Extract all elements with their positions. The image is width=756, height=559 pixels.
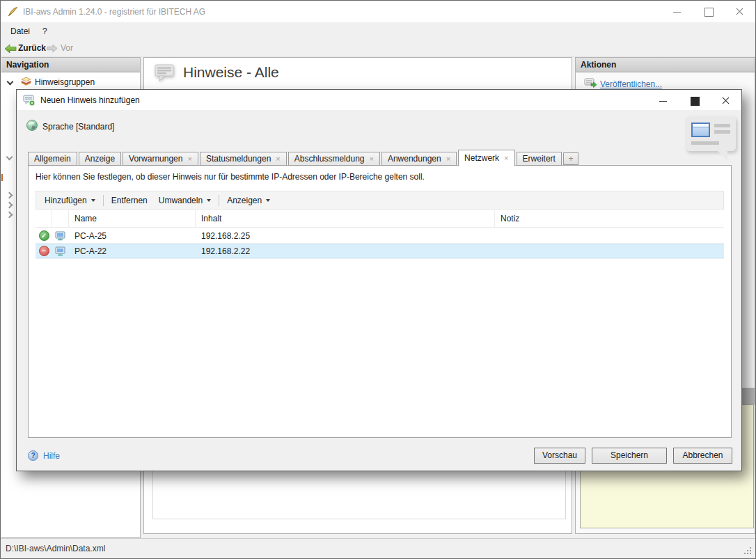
tab-erweitert[interactable]: Erweitert xyxy=(517,152,562,166)
add-tab-button[interactable]: + xyxy=(563,152,578,165)
table-row[interactable]: − PC-A-22 192.168.2.22 xyxy=(36,244,724,259)
toolbar-separator xyxy=(219,195,219,206)
tree-item-hinweisgruppen[interactable]: Hinweisgruppen xyxy=(35,77,95,87)
dialog-title-bar: Neuen Hinweis hinzufügen xyxy=(17,90,741,110)
table-row[interactable]: ✓ PC-A-25 192.168.2.25 xyxy=(36,228,724,244)
cancel-button[interactable]: Abbrechen xyxy=(673,448,732,464)
tab-abschlussmeldung[interactable]: Abschlussmeldung× xyxy=(288,152,380,166)
denied-status-icon: − xyxy=(39,246,49,256)
chevron-down-icon[interactable] xyxy=(7,79,14,86)
computer-icon xyxy=(52,231,69,241)
allowed-status-icon: ✓ xyxy=(39,230,49,241)
actions-header: Aktionen xyxy=(576,58,755,72)
navigation-header: Navigation xyxy=(1,58,140,72)
tab-close-icon[interactable]: × xyxy=(446,155,450,163)
dialog-title: Neuen Hinweis hinzufügen xyxy=(40,95,140,105)
dialog-icon xyxy=(23,94,36,107)
tab-anwendungen[interactable]: Anwendungen× xyxy=(381,152,457,166)
forward-arrow-icon[interactable] xyxy=(47,44,58,53)
dialog-neuen-hinweis: Neuen Hinweis hinzufügen Sprache [Standa… xyxy=(16,89,742,471)
table-toolbar: Hinzufügen Entfernen Umwandeln Anzeigen xyxy=(36,191,724,210)
window-title: IBI-aws Admin 1.24.0 - registriert für I… xyxy=(23,7,205,17)
type-column-header xyxy=(52,210,69,227)
data-file-path: D:\IBI-aws\Admin\Data.xml xyxy=(6,544,105,553)
computer-icon xyxy=(52,246,69,256)
app-icon xyxy=(7,6,19,17)
column-header-inhalt[interactable]: Inhalt xyxy=(196,210,495,227)
cell-inhalt: 192.168.2.22 xyxy=(196,246,495,256)
convert-button[interactable]: Umwandeln xyxy=(153,193,216,207)
cell-name: PC-A-22 xyxy=(69,246,196,256)
chevron-down-icon xyxy=(207,199,211,202)
add-button[interactable]: Hinzufügen xyxy=(39,193,101,207)
publish-icon xyxy=(584,78,597,88)
watermark-bubble-icon xyxy=(686,116,736,151)
minimize-icon[interactable] xyxy=(661,1,693,22)
back-arrow-icon[interactable] xyxy=(4,44,17,54)
resize-grip-icon[interactable] xyxy=(744,547,753,556)
help-link[interactable]: ? Hilfe xyxy=(28,450,60,461)
column-header-notiz[interactable]: Notiz xyxy=(495,210,724,227)
dialog-tab-strip: Allgemein Anzeige Vorwarnungen× Statusme… xyxy=(28,150,578,166)
tab-netzwerk[interactable]: Netzwerk× xyxy=(458,150,514,166)
nav-toolbar: Zurück Vor xyxy=(1,40,755,57)
forward-button[interactable]: Vor xyxy=(61,43,73,53)
tree-item-edge xyxy=(1,174,3,181)
tab-close-icon[interactable]: × xyxy=(369,155,373,163)
column-header-name[interactable]: Name xyxy=(69,210,196,227)
table-header: Name Inhalt Notiz xyxy=(36,210,724,228)
help-icon: ? xyxy=(28,450,38,461)
chevron-right-icon[interactable] xyxy=(6,192,13,199)
chevron-down-icon[interactable] xyxy=(6,154,13,161)
netzwerk-tab-content: Hier können Sie festlegen, ob dieser Hin… xyxy=(28,165,732,438)
maximize-icon[interactable] xyxy=(693,1,724,22)
toolbar-separator xyxy=(103,195,104,206)
app-window: IBI-aws Admin 1.24.0 - registriert für I… xyxy=(0,0,756,559)
save-button[interactable]: Speichern xyxy=(592,448,667,464)
menu-help[interactable]: ? xyxy=(38,25,52,38)
info-text: Hier können Sie festlegen, ob dieser Hin… xyxy=(36,172,425,182)
hinweise-bubble-icon xyxy=(154,63,176,82)
tab-close-icon[interactable]: × xyxy=(276,155,280,163)
chevron-down-icon xyxy=(266,199,270,202)
tab-anzeige[interactable]: Anzeige xyxy=(79,152,121,166)
page-title: Hinweise - Alle xyxy=(183,64,279,81)
tab-allgemein[interactable]: Allgemein xyxy=(28,152,77,166)
menu-bar: Datei ? xyxy=(1,22,755,40)
cell-inhalt: 192.168.2.25 xyxy=(196,231,495,241)
title-bar: IBI-aws Admin 1.24.0 - registriert für I… xyxy=(1,1,755,22)
preview-button[interactable]: Vorschau xyxy=(534,448,585,464)
dialog-maximize-icon[interactable] xyxy=(679,90,710,110)
back-button[interactable]: Zurück xyxy=(18,43,46,53)
tab-close-icon[interactable]: × xyxy=(187,155,191,163)
show-button[interactable]: Anzeigen xyxy=(221,193,276,207)
chevron-right-icon[interactable] xyxy=(6,202,13,209)
status-bar: D:\IBI-aws\Admin\Data.xml xyxy=(1,538,755,558)
tab-vorwarnungen[interactable]: Vorwarnungen× xyxy=(123,152,198,166)
hinweisgruppen-icon xyxy=(20,76,32,86)
menu-datei[interactable]: Datei xyxy=(6,25,34,38)
tab-close-icon[interactable]: × xyxy=(504,154,508,162)
language-label: Sprache [Standard] xyxy=(42,122,114,132)
publish-link[interactable]: Veröffentlichen... xyxy=(600,79,662,89)
chevron-down-icon xyxy=(91,199,95,202)
language-globe-icon xyxy=(26,119,38,132)
close-icon[interactable] xyxy=(724,1,755,22)
dialog-minimize-icon[interactable] xyxy=(647,90,679,110)
dialog-close-icon[interactable] xyxy=(710,90,741,110)
tab-statusmeldungen[interactable]: Statusmeldungen× xyxy=(200,152,287,166)
chevron-right-icon[interactable] xyxy=(6,212,13,219)
remove-button[interactable]: Entfernen xyxy=(106,193,153,207)
cell-name: PC-A-25 xyxy=(69,231,196,241)
status-column-header xyxy=(36,210,52,227)
